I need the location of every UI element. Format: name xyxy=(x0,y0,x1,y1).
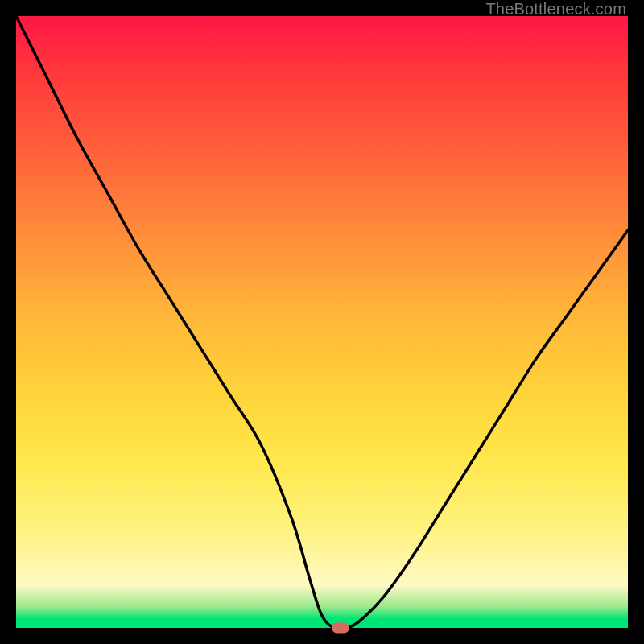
watermark-text: TheBottleneck.com xyxy=(485,0,626,19)
chart-plot-area xyxy=(16,16,628,628)
curve-path xyxy=(16,16,628,629)
optimal-point-marker xyxy=(332,623,349,634)
chart-frame: TheBottleneck.com xyxy=(0,0,644,644)
bottleneck-curve xyxy=(16,16,628,628)
